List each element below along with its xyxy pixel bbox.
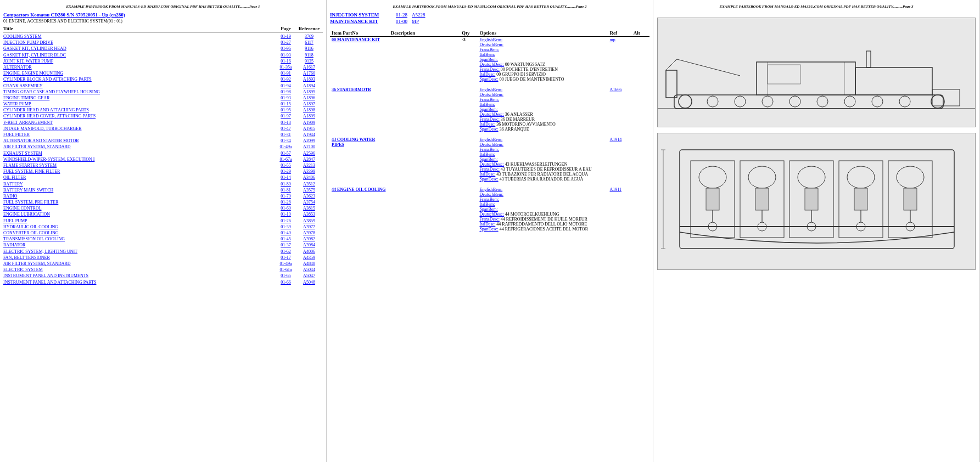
lang-label[interactable]: EnglishBem:: [479, 87, 502, 92]
toc-item-title[interactable]: ENGINE LUBRICATION: [3, 211, 276, 217]
toc-item-ref[interactable]: A4006: [295, 249, 323, 255]
toc-title-link[interactable]: Compactors Komatsu CD280 S/N 370520051 -…: [3, 12, 125, 18]
toc-item-title[interactable]: CYLINDER BLOCK AND ATTACHING PARTS: [3, 76, 276, 82]
toc-item-title[interactable]: AIR FILTER SYSTEM, STANDARD: [3, 261, 276, 267]
toc-item-title[interactable]: TRANSMISSION OIL COOLING: [3, 236, 276, 242]
lang-label[interactable]: FranzDesc:: [479, 167, 499, 172]
toc-item-ref[interactable]: A3984: [295, 242, 323, 248]
toc-item-title[interactable]: CRANK ASSEMBLY: [3, 83, 276, 89]
toc-item-title[interactable]: HYDRAULIC OIL COOLING: [3, 224, 276, 230]
toc-item-ref[interactable]: A2596: [295, 150, 323, 156]
toc-item-page[interactable]: 01-97: [276, 113, 295, 119]
toc-item-page[interactable]: 01-17: [276, 255, 295, 261]
toc-item-page[interactable]: 01-35a: [276, 64, 295, 70]
toc-item-title[interactable]: WATER PUMP: [3, 101, 276, 107]
toc-item-title[interactable]: TIMING GEAR CASE AND FLYWHEEL HOUSING: [3, 89, 276, 95]
lang-label[interactable]: ItalDesc:: [479, 172, 495, 177]
toc-item-title[interactable]: FUEL SYSTEM, PRE FILTER: [3, 199, 276, 205]
lang-label[interactable]: SpanBem:: [479, 107, 497, 112]
lang-label[interactable]: FranzBem:: [479, 47, 499, 52]
lang-label[interactable]: DeutschDesc:: [479, 62, 503, 67]
toc-item-page[interactable]: 01-15: [276, 101, 295, 107]
toc-item-title[interactable]: FAN, BELT TENSIONER: [3, 255, 276, 261]
lang-label[interactable]: FranzDesc:: [479, 67, 499, 72]
toc-item-page[interactable]: 01-81: [276, 187, 295, 193]
toc-item-title[interactable]: FUEL PUMP: [3, 218, 276, 224]
toc-item-page[interactable]: 01-47: [276, 126, 295, 132]
toc-item-page[interactable]: 01-14: [276, 174, 295, 181]
toc-item-page[interactable]: 01-67a: [276, 156, 295, 162]
toc-item-ref[interactable]: A1899: [295, 113, 323, 119]
toc-item-title[interactable]: WINDSHIELD-WIPER-SYSTEM, EXECUTION I: [3, 156, 276, 162]
lang-label[interactable]: DeutschDesc:: [479, 112, 503, 117]
toc-item-title[interactable]: FUEL FILTER: [3, 132, 276, 138]
lang-label[interactable]: SpanDesc:: [479, 77, 498, 82]
toc-item-page[interactable]: 01-95: [276, 107, 295, 113]
toc-item-title[interactable]: ENGINE CONTROL: [3, 205, 276, 211]
toc-item-title[interactable]: ALTERNATOR AND STARTER MOTOR: [3, 138, 276, 144]
lang-label[interactable]: FranzDesc:: [479, 217, 499, 222]
toc-item-ref[interactable]: A3406: [295, 174, 323, 181]
lang-label[interactable]: DeutschBem:: [479, 142, 503, 147]
part-ref[interactable]: A1914: [608, 137, 632, 182]
toc-item-title[interactable]: JOINT KIT, WATER PUMP: [3, 58, 276, 64]
toc-item-ref[interactable]: A1944: [295, 132, 323, 138]
toc-item-ref[interactable]: A3512: [295, 181, 323, 187]
toc-item-title[interactable]: INTAKE MANIFOLD, TURBOCHARGER: [3, 126, 276, 132]
toc-item-ref[interactable]: A4359: [295, 255, 323, 261]
lang-label[interactable]: DeutschDesc:: [479, 212, 503, 217]
toc-item-ref[interactable]: 3769: [295, 33, 323, 40]
toc-item-ref[interactable]: A3754: [295, 199, 323, 205]
toc-item-ref[interactable]: 6117: [295, 40, 323, 46]
toc-item-title[interactable]: BATTERY MAIN SWITCH: [3, 187, 276, 193]
lang-label[interactable]: ItalBem:: [479, 152, 495, 157]
lang-label[interactable]: EnglishBem:: [479, 37, 502, 42]
toc-item-page[interactable]: 01-60: [276, 205, 295, 211]
toc-item-page[interactable]: 01-98: [276, 89, 295, 95]
toc-item-page[interactable]: 01-37: [276, 242, 295, 248]
toc-item-page[interactable]: 01-45: [276, 236, 295, 242]
toc-item-page[interactable]: 01-96: [276, 46, 295, 52]
toc-item-title[interactable]: EXHAUST SYSTEM: [3, 150, 276, 156]
lang-label[interactable]: DeutschDesc:: [479, 162, 503, 167]
toc-item-page[interactable]: 01-19: [276, 33, 295, 40]
toc-item-ref[interactable]: A2099: [295, 138, 323, 144]
toc-item-page[interactable]: 01-91: [276, 70, 295, 76]
toc-item-ref[interactable]: A3399: [295, 168, 323, 174]
toc-item-ref[interactable]: A1909: [295, 120, 323, 126]
toc-item-title[interactable]: INSTRUMENT PANEL AND ATTACHING PARTS: [3, 279, 276, 285]
toc-item-ref[interactable]: A3853: [295, 211, 323, 217]
toc-item-ref[interactable]: A3982: [295, 236, 323, 242]
toc-item-title[interactable]: BATTERY: [3, 181, 276, 187]
toc-item-page[interactable]: 01-39: [276, 224, 295, 230]
toc-item-page[interactable]: 01-65: [276, 273, 295, 279]
injection-system-link[interactable]: INJECTION SYSTEM: [330, 12, 396, 18]
toc-item-ref[interactable]: A1896: [295, 95, 323, 101]
toc-item-page[interactable]: 01-93: [276, 95, 295, 101]
maintenance-kit-link[interactable]: MAINTENANCE KIT: [330, 19, 396, 24]
toc-item-ref[interactable]: A3815: [295, 205, 323, 211]
toc-item-ref[interactable]: A4848: [295, 261, 323, 267]
lang-label[interactable]: ItalDesc:: [479, 222, 495, 227]
lang-label[interactable]: SpanDesc:: [479, 227, 498, 232]
toc-item-page[interactable]: 01-94: [276, 83, 295, 89]
toc-item-ref[interactable]: A3978: [295, 230, 323, 236]
lang-label[interactable]: DeutschBem:: [479, 92, 503, 97]
lang-label[interactable]: DeutschBem:: [479, 42, 503, 47]
toc-item-page[interactable]: 01-57: [276, 150, 295, 156]
lang-label[interactable]: FranzBem:: [479, 97, 499, 102]
lang-label[interactable]: SpanBem:: [479, 207, 497, 212]
toc-item-title[interactable]: GASKET KIT, CYLINDER BLOC: [3, 52, 276, 58]
part-ref[interactable]: A1666: [608, 87, 632, 132]
toc-item-ref[interactable]: A1895: [295, 89, 323, 95]
toc-item-page[interactable]: 01-28: [276, 199, 295, 205]
toc-item-ref[interactable]: A1897: [295, 101, 323, 107]
toc-item-title[interactable]: ENGINE, ENGINE MOUNTING: [3, 70, 276, 76]
lang-label[interactable]: EnglishBem:: [479, 187, 502, 192]
toc-item-page[interactable]: 01-49a: [276, 144, 295, 150]
toc-item-ref[interactable]: A2847: [295, 156, 323, 162]
lang-label[interactable]: SpanDesc:: [479, 127, 498, 132]
injection-ref-link[interactable]: A5228: [412, 12, 425, 18]
toc-item-page[interactable]: 01-49a: [276, 261, 295, 267]
toc-item-title[interactable]: INJECTION PUMP DRIVE: [3, 40, 276, 46]
